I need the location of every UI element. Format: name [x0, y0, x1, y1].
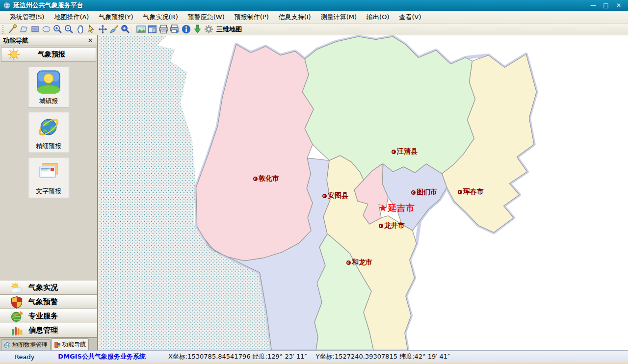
- window-title: 延边州公共气象服务平台: [13, 1, 83, 10]
- menu-item-4[interactable]: 预警应急(W): [183, 11, 230, 23]
- map-label-text: 延吉市: [388, 202, 415, 214]
- zoom-extent-tool-icon[interactable]: [120, 24, 131, 34]
- sidebar-tab-bar: 地图数据管理功能导航: [0, 338, 97, 350]
- star-marker-icon: ★: [378, 204, 388, 212]
- category-label: 气象预警: [28, 297, 58, 307]
- button-text-forecast[interactable]: 文字预报: [28, 157, 69, 198]
- category-weather-live[interactable]: 气象实况: [0, 281, 97, 295]
- city-marker-icon: [411, 190, 416, 195]
- map-label-text: 安图县: [328, 191, 348, 200]
- settings-gear-tool-icon[interactable]: [203, 24, 214, 34]
- info-manage-icon: [10, 324, 24, 337]
- brush-tool-icon[interactable]: [108, 24, 120, 34]
- print-color-tool-icon[interactable]: [169, 24, 181, 34]
- forecast-button-area: 城镇报精细预报文字预报: [0, 63, 97, 281]
- button-fine-forecast[interactable]: 精细预报: [28, 112, 69, 153]
- map-label-city[interactable]: 安图县: [322, 191, 348, 200]
- tab-label: 地图数据管理: [12, 341, 48, 349]
- category-info-manage[interactable]: 信息管理: [0, 323, 97, 338]
- print-tool-icon[interactable]: [158, 24, 169, 34]
- menu-item-0[interactable]: 系统管理(S): [5, 11, 49, 23]
- map-label-text: 图们市: [417, 188, 437, 197]
- city-marker-icon: [458, 190, 462, 194]
- toolbar: 三维地图: [0, 24, 628, 35]
- region-wangqing[interactable]: [302, 37, 475, 180]
- map-label-city[interactable]: 和龙市: [346, 258, 372, 267]
- city-marker-icon: [322, 194, 327, 198]
- zoom-in-tool-icon[interactable]: [52, 24, 63, 34]
- button-label: 文字预报: [36, 187, 61, 196]
- status-bar: Ready DMGIS公共气象服务业务系统 X坐标:1530785.845417…: [0, 350, 628, 364]
- pan-tool-icon[interactable]: [75, 24, 86, 34]
- map-label-city[interactable]: 龙井市: [379, 221, 405, 230]
- tab-globe-small[interactable]: 地图数据管理: [1, 339, 51, 350]
- city-marker-icon: [392, 150, 396, 154]
- weather-live-icon: [10, 282, 24, 294]
- warning-shield-icon: [10, 296, 24, 309]
- map-label-text: 珲春市: [463, 187, 484, 196]
- toolbar-grip[interactable]: [2, 25, 5, 34]
- menu-item-2[interactable]: 气象预报(Y): [94, 11, 138, 23]
- toolbar-separator: [133, 25, 133, 34]
- category-warning-shield[interactable]: 气象预警: [0, 295, 97, 309]
- function-nav-panel: 功能导航 ✕ 气象预报 城镇报精细预报文字预报 气象实况气象预警专业服务信息管: [0, 35, 98, 350]
- menu-item-6[interactable]: 信息支持(I): [274, 11, 316, 23]
- category-pro-service[interactable]: 专业服务: [0, 309, 97, 323]
- rectangle-tool-icon[interactable]: [29, 24, 41, 34]
- menu-item-3[interactable]: 气象实况(R): [138, 11, 183, 23]
- town-forecast-icon: [37, 70, 60, 94]
- maximize-button[interactable]: □: [600, 1, 612, 9]
- line-tool-icon[interactable]: [7, 24, 18, 34]
- panel-title: 功能导航: [3, 36, 28, 45]
- map-label-city[interactable]: 汪清县: [392, 147, 418, 156]
- polygon-tool-icon[interactable]: [18, 24, 29, 34]
- status-y-latitude: Y坐标:1527240.39307815 纬度:42° 19′ 41″: [316, 353, 450, 360]
- menu-item-8[interactable]: 输出(O): [362, 11, 394, 23]
- panel-close-icon[interactable]: ✕: [86, 37, 94, 44]
- menu-item-7[interactable]: 测量计算(M): [316, 11, 362, 23]
- status-ready: Ready: [15, 353, 34, 361]
- group-label: 气象预报: [38, 50, 65, 59]
- ellipse-tool-icon[interactable]: [41, 24, 52, 34]
- status-system-name: DMGIS公共气象服务业务系统: [58, 352, 146, 361]
- zoom-out-tool-icon[interactable]: [63, 24, 75, 34]
- info-tool-icon[interactable]: [181, 24, 192, 34]
- close-button[interactable]: ✕: [612, 1, 625, 9]
- export-image-tool-icon[interactable]: [135, 24, 147, 34]
- select-tool-icon[interactable]: [86, 24, 97, 34]
- map-3d-label[interactable]: 三维地图: [216, 25, 242, 34]
- button-town-forecast[interactable]: 城镇报: [28, 67, 69, 108]
- text-forecast-icon: [37, 160, 60, 184]
- status-coordinates: X坐标:1530785.84541796 经度:129° 23′ 11″ Y坐标…: [168, 352, 457, 361]
- minimize-button[interactable]: —: [587, 1, 600, 9]
- globe-small-icon: [4, 342, 11, 349]
- menu-item-5[interactable]: 预报制作(P): [230, 11, 274, 23]
- city-marker-icon: [346, 260, 351, 265]
- download-arrow-tool-icon[interactable]: [192, 24, 203, 34]
- move-tool-icon[interactable]: [97, 24, 108, 34]
- title-bar: 延边州公共气象服务平台 — □ ✕: [0, 0, 628, 11]
- map-label-text: 汪清县: [397, 147, 418, 156]
- tab-label: 功能导航: [62, 340, 86, 349]
- map-view[interactable]: 汪清县敦化市安图县图们市珲春市★延吉市龙井市和龙市: [99, 35, 628, 350]
- map-label-text: 和龙市: [352, 258, 372, 267]
- button-label: 城镇报: [39, 97, 58, 105]
- map-label-city[interactable]: 珲春市: [458, 187, 484, 196]
- panel-window-tool-icon[interactable]: [147, 24, 158, 34]
- nav-window-icon: [54, 341, 61, 348]
- status-x-longitude: X坐标:1530785.84541796 经度:129° 23′ 11″: [168, 353, 307, 360]
- map-label-text: 龙井市: [384, 221, 405, 230]
- menu-bar: 系统管理(S)地图操作(A)气象预报(Y)气象实况(R)预警应急(W)预报制作(…: [0, 11, 628, 24]
- city-marker-icon: [379, 224, 383, 228]
- map-label-text: 敦化市: [259, 174, 279, 183]
- category-label: 专业服务: [28, 312, 58, 321]
- menu-item-9[interactable]: 查看(V): [394, 11, 426, 23]
- map-label-city[interactable]: 图们市: [411, 188, 437, 197]
- map-label-capital[interactable]: ★延吉市: [378, 202, 415, 214]
- tab-nav-window[interactable]: 功能导航: [51, 338, 89, 350]
- group-weather-forecast[interactable]: 气象预报: [1, 47, 96, 62]
- menu-item-1[interactable]: 地图操作(A): [49, 11, 94, 23]
- map-label-city[interactable]: 敦化市: [253, 174, 279, 183]
- app-window: 延边州公共气象服务平台 — □ ✕ 系统管理(S)地图操作(A)气象预报(Y)气…: [0, 0, 628, 364]
- region-dunhua[interactable]: [196, 45, 314, 261]
